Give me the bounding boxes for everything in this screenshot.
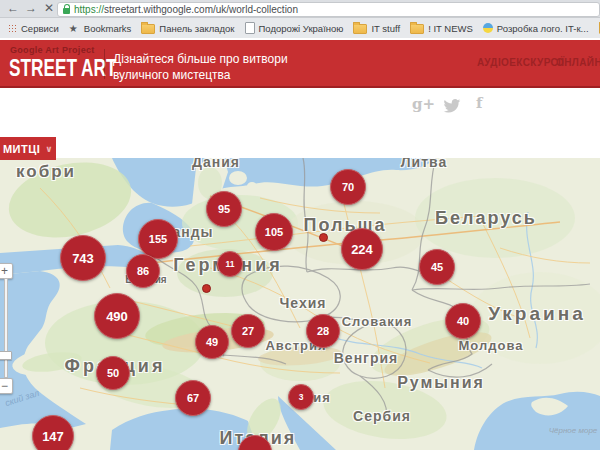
- map-overlay-layer: кобриДанияЛитваландыГерманияПольшаБелару…: [0, 158, 600, 450]
- star-icon: [69, 23, 80, 34]
- google-plus-icon[interactable]: g+: [412, 95, 435, 113]
- nav-audio-tours[interactable]: АУДІОЕКСКУРСІЇ: [477, 57, 564, 68]
- map-country-label: Молдова: [459, 338, 524, 353]
- apps-grid-icon: [8, 24, 17, 33]
- map-country-label: Румыния: [397, 374, 485, 392]
- bookmark-label: IT stuff: [371, 23, 400, 34]
- zoom-slider-handle[interactable]: [0, 351, 12, 360]
- map-cluster-marker[interactable]: 27: [231, 314, 265, 348]
- map-cluster-marker[interactable]: 3: [288, 384, 314, 410]
- facebook-icon[interactable]: f: [476, 94, 482, 112]
- nav-online-exhibits[interactable]: ОНЛАЙН-: [556, 57, 600, 68]
- map-cluster-marker[interactable]: 86: [126, 254, 160, 288]
- map-country-label: ия: [313, 390, 331, 405]
- bookmark-label: Панель закладок: [159, 23, 234, 34]
- map-cluster-marker[interactable]: 490: [94, 293, 140, 339]
- folder-icon: [141, 24, 155, 34]
- map-dot[interactable]: [319, 233, 328, 242]
- bookmark-label: Bookmarks: [84, 23, 132, 34]
- twitter-icon[interactable]: [443, 99, 461, 118]
- map-cluster-marker[interactable]: 49: [195, 325, 229, 359]
- artists-filter-button[interactable]: МИТЦІ ∨: [0, 137, 56, 160]
- chevron-down-icon: ∨: [45, 144, 53, 154]
- bookmark-item[interactable]: Bookmarks: [64, 21, 137, 36]
- zoom-slider-track[interactable]: [4, 278, 8, 378]
- folder-icon: [353, 24, 367, 34]
- map-country-label: Беларусь: [435, 208, 537, 229]
- map-cluster-marker[interactable]: 28: [306, 314, 340, 348]
- map-cluster-marker[interactable]: 70: [330, 169, 366, 205]
- map-cluster-marker[interactable]: 11: [217, 251, 243, 277]
- map-dot[interactable]: [202, 284, 211, 293]
- page-icon: [245, 22, 255, 34]
- map-cluster-marker[interactable]: 743: [60, 235, 106, 281]
- stop-icon[interactable]: ✕: [44, 0, 54, 17]
- bookmark-item[interactable]: ! IT NEWS: [405, 20, 478, 36]
- ukraine-icon: [483, 23, 493, 33]
- artists-filter-label: МИТЦІ: [3, 143, 40, 155]
- url-text[interactable]: https://streetart.withgoogle.com/uk/worl…: [74, 3, 298, 16]
- url-bar[interactable]: https://streetart.withgoogle.com/uk/worl…: [57, 2, 600, 17]
- map-country-label: Словакия: [342, 314, 413, 329]
- street-art-logo[interactable]: STREET ART: [9, 54, 116, 82]
- zoom-out-button[interactable]: −: [0, 378, 13, 394]
- map-cluster-marker[interactable]: 224: [341, 228, 383, 270]
- bookmark-item[interactable]: Панель закладок: [136, 20, 239, 36]
- map-cluster-marker[interactable]: 40: [445, 303, 481, 339]
- map-country-label: Украина: [488, 303, 586, 325]
- folder-icon: [410, 24, 424, 34]
- bookmark-item[interactable]: IT EVENTS: [594, 20, 600, 36]
- bookmark-item[interactable]: IT stuff: [348, 20, 405, 36]
- bookmark-item[interactable]: Розробка лого. IT-к...: [478, 21, 594, 36]
- forward-icon[interactable]: →: [25, 0, 37, 17]
- map[interactable]: кобриДанияЛитваландыГерманияПольшаБелару…: [0, 158, 600, 450]
- bookmark-label: ! IT NEWS: [428, 23, 473, 34]
- https-lock-icon: [63, 8, 70, 14]
- map-cluster-marker[interactable]: 50: [96, 356, 130, 390]
- bookmark-item[interactable]: Сервиси: [3, 21, 64, 36]
- map-country-label: Литва: [401, 158, 448, 170]
- map-cluster-marker[interactable]: 105: [255, 213, 293, 251]
- bookmark-label: Подорожі Україною: [259, 23, 344, 34]
- map-country-label: кобри: [16, 162, 76, 182]
- site-header: Google Art Project STREET ART Дізнайтеся…: [0, 40, 600, 88]
- map-country-label: Венгрия: [334, 350, 399, 366]
- map-cluster-marker[interactable]: 95: [206, 191, 242, 227]
- bookmark-label: Розробка лого. IT-к...: [497, 23, 589, 34]
- map-cluster-marker[interactable]: 155: [138, 219, 178, 259]
- map-country-label: Дания: [192, 158, 240, 170]
- map-sea-label: Чёрное море: [549, 426, 598, 435]
- bookmark-label: Сервиси: [21, 23, 59, 34]
- map-cluster-marker[interactable]: 147: [32, 415, 74, 450]
- back-icon[interactable]: ←: [7, 0, 19, 17]
- bookmark-item[interactable]: Подорожі Україною: [240, 20, 349, 36]
- map-country-label: Чехия: [280, 295, 327, 311]
- header-divider: [104, 49, 105, 79]
- zoom-in-button[interactable]: +: [0, 263, 13, 279]
- map-cluster-marker[interactable]: 67: [175, 380, 211, 416]
- map-cluster-marker[interactable]: 45: [419, 249, 455, 285]
- map-country-label: Сербия: [353, 408, 411, 424]
- header-tagline: Дізнайтеся більше про витвори вуличного …: [113, 51, 288, 83]
- browser-toolbar: ← → ✕ https://streetart.withgoogle.com/u…: [0, 0, 600, 18]
- bookmarks-bar: СервисиBookmarksПанель закладокПодорожі …: [0, 18, 600, 38]
